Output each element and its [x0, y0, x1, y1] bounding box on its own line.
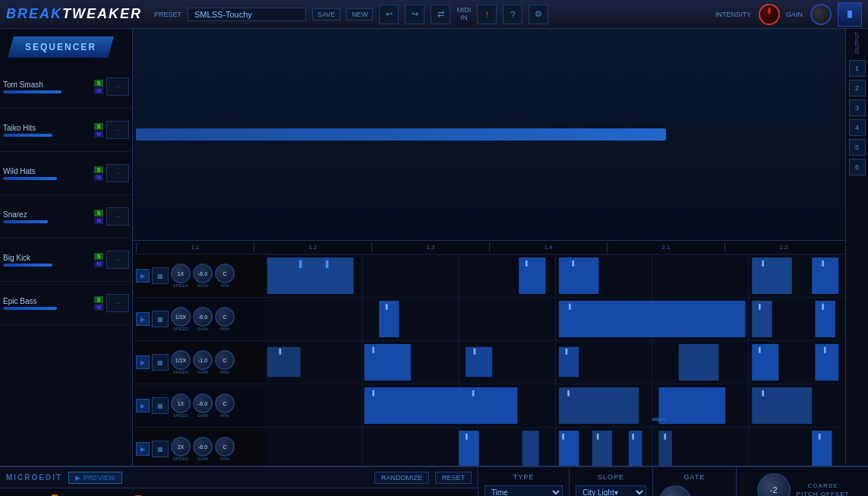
track-row-snarez[interactable]: Snarez S M ~ [0, 195, 132, 239]
svg-rect-25 [816, 301, 835, 337]
mute-snarez[interactable]: M [94, 217, 103, 224]
svg-rect-11 [299, 261, 302, 268]
pattern-tom-smash[interactable] [266, 254, 845, 297]
pattern-edit-big-kick[interactable]: ▦ [152, 441, 169, 457]
microedit-content[interactable]: 1.3 1.4 2.1 [0, 488, 478, 496]
solo-epic-bass[interactable]: S [94, 296, 103, 303]
tracks-area: ▶ ▦ 1X SPEED -6.0 GAIN C PAN [133, 254, 845, 466]
pan-group-big-kick: C PAN [215, 437, 235, 461]
sequencer-center: 1.1 1.2 1.3 1.4 2.1 2.2 ▶ ▦ 1X SPEED -6.… [133, 29, 845, 466]
pan-knob-wild-hats[interactable]: C [215, 350, 235, 370]
track-row-big-kick[interactable]: Big Kick S M ~ [0, 239, 132, 282]
svg-rect-53 [365, 387, 518, 424]
pan-knob-taiko-hits[interactable]: C [215, 307, 235, 327]
play-taiko-hits[interactable]: ▶ [136, 312, 150, 326]
preset-name-input[interactable] [188, 8, 306, 21]
pattern-wild-hats[interactable] [266, 341, 845, 384]
ruler-mark-3: 1.3 [371, 242, 489, 252]
mute-epic-bass[interactable]: M [94, 304, 103, 311]
gain-knob-wild-hats[interactable]: -1.0 [193, 350, 213, 370]
output-1[interactable]: 1 [849, 60, 866, 77]
output-6[interactable]: 6 [849, 159, 866, 175]
intensity-knob[interactable] [759, 4, 780, 25]
lane-tom-smash: ▶ ▦ 1X SPEED -6.0 GAIN C PAN [133, 254, 845, 298]
pattern-edit-snarez[interactable]: ▦ [152, 397, 169, 414]
controls-taiko-hits: ▶ ▦ 1/3X SPEED -6.0 GAIN C PAN [133, 305, 266, 333]
play-snarez[interactable]: ▶ [136, 399, 150, 412]
top-bar: BREAKTWEAKER PRESET SAVE NEW ↩ ↪ ⇄ MIDI … [0, 0, 868, 29]
output-3[interactable]: 3 [849, 100, 866, 116]
pattern-taiko-hits[interactable] [266, 298, 845, 340]
play-big-kick[interactable]: ▶ [136, 442, 150, 456]
gain-knob-taiko-hits[interactable]: -6.0 [193, 307, 213, 327]
shape-select[interactable]: City Light▾ [576, 485, 646, 496]
mute-big-kick[interactable]: M [94, 261, 103, 267]
svg-rect-39 [679, 344, 719, 381]
svg-rect-46 [759, 347, 761, 353]
speed-knob-big-kick[interactable]: 2X [171, 437, 191, 457]
track-row-taiko-hits[interactable]: Taiko Hits S M ~ [0, 109, 132, 152]
play-wild-hats[interactable]: ▶ [136, 355, 150, 369]
output-5[interactable]: 5 [849, 139, 866, 156]
midi-warning-button[interactable]: ! [477, 5, 497, 24]
solo-wild-hats[interactable]: S [94, 166, 103, 173]
pan-knob-tom-smash[interactable]: C [215, 264, 235, 283]
solo-big-kick[interactable]: S [94, 253, 103, 260]
seq-overview[interactable] [133, 29, 845, 241]
svg-rect-38 [559, 347, 579, 377]
settings-button[interactable]: ⚙ [529, 5, 548, 24]
output-2[interactable]: 2 [849, 80, 866, 96]
microedit-preview-button[interactable]: ▶ PREVIEW [68, 472, 122, 484]
ruler-mark-5: 2.1 [607, 242, 724, 252]
save-button[interactable]: SAVE [312, 8, 340, 21]
gain-knob[interactable] [810, 4, 832, 25]
pattern-edit-taiko-hits[interactable]: ▦ [152, 311, 169, 327]
unit-select[interactable]: Time [485, 485, 563, 496]
pan-knob-snarez[interactable]: C [215, 393, 235, 413]
pan-knob-big-kick[interactable]: C [215, 437, 235, 457]
speed-group-tom-smash: 1X SPEED [171, 264, 191, 288]
svg-rect-24 [752, 301, 772, 337]
speed-knob-taiko-hits[interactable]: 1/3X [171, 307, 191, 327]
sidebar: SEQUENCER Tom Smash S M ~ Taiko Hits S M [0, 29, 133, 466]
svg-rect-45 [566, 349, 568, 355]
solo-snarez[interactable]: S [94, 210, 103, 216]
speed-knob-tom-smash[interactable]: 1X [171, 264, 191, 283]
redo-button[interactable]: ↪ [405, 5, 425, 24]
output-4[interactable]: 4 [849, 119, 866, 136]
play-tom-smash[interactable]: ▶ [136, 269, 150, 283]
track-row-wild-hats[interactable]: Wild Hats S M ~ [0, 152, 132, 195]
track-sm-snarez: S M [94, 210, 103, 224]
reset-button[interactable]: RESET [435, 472, 472, 484]
solo-tom-smash[interactable]: S [94, 80, 103, 87]
track-row-epic-bass[interactable]: Epic Bass S M ~ [0, 282, 132, 325]
randomize-button[interactable]: RANDOMIZE [374, 472, 429, 484]
pattern-edit-tom-smash[interactable]: ▦ [152, 267, 169, 284]
speed-knob-wild-hats[interactable]: 1/2X [171, 350, 191, 370]
svg-rect-69 [559, 431, 579, 466]
coarse-knob[interactable]: -2 [757, 473, 791, 496]
undo-button[interactable]: ↩ [379, 5, 399, 24]
nav-button[interactable]: ⇄ [431, 5, 450, 24]
pattern-snarez[interactable] [266, 384, 845, 427]
speed-knob-snarez[interactable]: 1X [171, 393, 191, 413]
ruler-mark-1: 1.1 [136, 242, 254, 252]
pattern-edit-wild-hats[interactable]: ▦ [152, 354, 169, 371]
mute-tom-smash[interactable]: M [94, 87, 103, 94]
mute-taiko-hits[interactable]: M [94, 131, 103, 137]
gate-title: GATE [684, 473, 705, 481]
speed-group-wild-hats: 1/2X SPEED [171, 350, 191, 374]
svg-rect-43 [372, 347, 374, 353]
intensity-label: Intensity [715, 11, 751, 18]
solo-taiko-hits[interactable]: S [94, 123, 103, 130]
pattern-big-kick[interactable] [266, 428, 845, 466]
gain-knob-big-kick[interactable]: -6.0 [193, 437, 213, 457]
sequencer-button[interactable]: SEQUENCER [8, 36, 114, 58]
mute-wild-hats[interactable]: M [94, 174, 103, 181]
gain-knob-tom-smash[interactable]: -6.0 [193, 264, 213, 283]
help-button[interactable]: ? [503, 5, 522, 24]
amount-knob[interactable]: 69 [658, 485, 692, 496]
track-row-tom-smash[interactable]: Tom Smash S M ~ [0, 65, 132, 109]
gain-knob-snarez[interactable]: -6.0 [193, 393, 213, 413]
new-button[interactable]: NEW [346, 8, 373, 21]
